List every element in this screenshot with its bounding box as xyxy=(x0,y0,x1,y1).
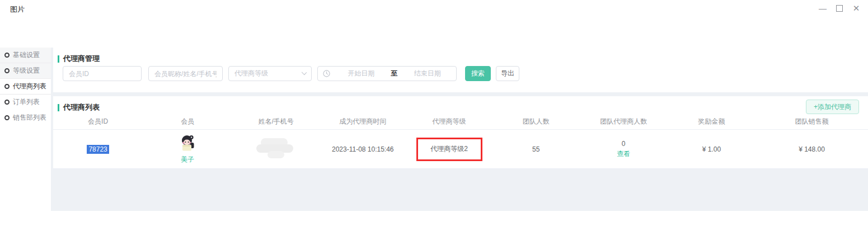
agent-management-panel: 代理商管理 代理商等级 开始日期 至 xyxy=(53,48,868,92)
radio-circle-icon xyxy=(4,115,10,120)
window-title: 图片 xyxy=(10,4,25,15)
redacted-name-blob xyxy=(256,138,295,158)
titlebar: 图片 — ✕ xyxy=(0,0,868,48)
window-controls: — ✕ xyxy=(814,1,865,16)
table-row: 78723 xyxy=(53,130,868,169)
member-avatar xyxy=(179,134,196,154)
panel-title-agent-list: 代理商列表 xyxy=(58,102,100,112)
radio-circle-icon xyxy=(4,84,10,89)
column-header-team-sales: 团队销售额 xyxy=(756,114,868,130)
selected-member-id: 78723 xyxy=(87,145,109,154)
panel-title-text: 代理商管理 xyxy=(63,54,100,64)
team-sales-cell: ¥ 148.00 xyxy=(756,130,868,169)
sidebar-item-order-list[interactable]: 订单列表 xyxy=(0,95,51,110)
column-header-member-id: 会员ID xyxy=(53,114,143,130)
sidebar-item-label: 基础设置 xyxy=(13,50,40,60)
add-agent-button[interactable]: +添加代理商 xyxy=(806,100,859,114)
agent-level-select[interactable]: 代理商等级 xyxy=(228,66,312,81)
agent-level-select-placeholder: 代理商等级 xyxy=(234,69,268,78)
accent-bar xyxy=(58,55,59,63)
team-count-cell: 55 xyxy=(492,130,580,169)
content-area: 代理商管理 代理商等级 开始日期 至 xyxy=(53,48,868,211)
minimize-button[interactable]: — xyxy=(814,1,831,16)
close-icon: ✕ xyxy=(853,3,860,13)
start-date-placeholder[interactable]: 开始日期 xyxy=(332,69,390,78)
view-link[interactable]: 查看 xyxy=(617,149,630,159)
agent-list-panel: 代理商列表 +添加代理商 会员ID 会员 姓名/手机号 成为代理商时间 代理商等… xyxy=(53,96,868,169)
minimize-icon: — xyxy=(819,4,827,13)
close-button[interactable]: ✕ xyxy=(848,1,865,16)
agent-level-cell: 代理商等级2 xyxy=(406,130,492,169)
panel-title-agent-management: 代理商管理 xyxy=(58,54,100,64)
radio-circle-icon xyxy=(4,53,10,58)
agent-table: 会员ID 会员 姓名/手机号 成为代理商时间 代理商等级 团队人数 团队代理商人… xyxy=(53,114,868,169)
member-name-input[interactable] xyxy=(148,66,223,81)
radio-circle-icon xyxy=(4,100,10,105)
end-date-placeholder[interactable]: 结束日期 xyxy=(399,69,457,78)
radio-circle-icon xyxy=(4,68,10,73)
reward-amount-cell: ¥ 1.00 xyxy=(668,130,756,169)
sidebar-item-label: 代理商列表 xyxy=(13,82,46,91)
export-button[interactable]: 导出 xyxy=(496,66,519,81)
sidebar-item-agent-list[interactable]: 代理商列表 xyxy=(0,79,51,95)
member-cell: 美子 xyxy=(143,130,232,169)
panel-title-text: 代理商列表 xyxy=(63,102,100,112)
became-agent-time-cell: 2023-11-08 10:15:46 xyxy=(320,130,406,169)
chevron-down-icon xyxy=(302,70,307,75)
date-range-picker[interactable]: 开始日期 至 结束日期 xyxy=(317,66,457,81)
clock-icon xyxy=(323,70,330,77)
agent-level-value: 代理商等级2 xyxy=(430,145,468,153)
team-agent-count-cell: 0 查看 xyxy=(580,130,668,169)
sidebar: 基础设置 等级设置 代理商列表 订单列表 销售部列表 xyxy=(0,48,51,211)
column-header-reward-amount: 奖励金额 xyxy=(668,114,756,130)
date-separator: 至 xyxy=(390,69,399,78)
accent-bar xyxy=(58,104,59,111)
column-header-agent-level: 代理商等级 xyxy=(406,114,492,130)
maximize-icon xyxy=(836,5,843,12)
sidebar-item-basic-settings[interactable]: 基础设置 xyxy=(0,48,51,63)
filter-row: 代理商等级 开始日期 至 结束日期 搜索 导出 xyxy=(63,66,519,81)
main-region: 基础设置 等级设置 代理商列表 订单列表 销售部列表 代理商管理 xyxy=(0,48,868,211)
team-agent-count-value: 0 xyxy=(622,140,626,148)
member-id-input[interactable] xyxy=(63,66,142,81)
sidebar-item-sales-list[interactable]: 销售部列表 xyxy=(0,110,51,126)
maximize-button[interactable] xyxy=(831,1,848,16)
column-header-member: 会员 xyxy=(143,114,232,130)
column-header-team-count: 团队人数 xyxy=(492,114,580,130)
member-id-cell: 78723 xyxy=(53,130,143,169)
sidebar-item-label: 等级设置 xyxy=(13,66,40,76)
member-nickname: 美子 xyxy=(181,155,194,164)
name-phone-cell xyxy=(232,130,320,169)
column-header-name-phone: 姓名/手机号 xyxy=(232,114,320,130)
search-button[interactable]: 搜索 xyxy=(465,66,491,81)
column-header-became-agent-time: 成为代理商时间 xyxy=(320,114,406,130)
table-header-row: 会员ID 会员 姓名/手机号 成为代理商时间 代理商等级 团队人数 团队代理商人… xyxy=(53,114,868,130)
sidebar-item-label: 销售部列表 xyxy=(13,113,46,123)
sidebar-item-label: 订单列表 xyxy=(13,97,40,107)
sidebar-item-level-settings[interactable]: 等级设置 xyxy=(0,63,51,79)
column-header-team-agent-count: 团队代理商人数 xyxy=(580,114,668,130)
